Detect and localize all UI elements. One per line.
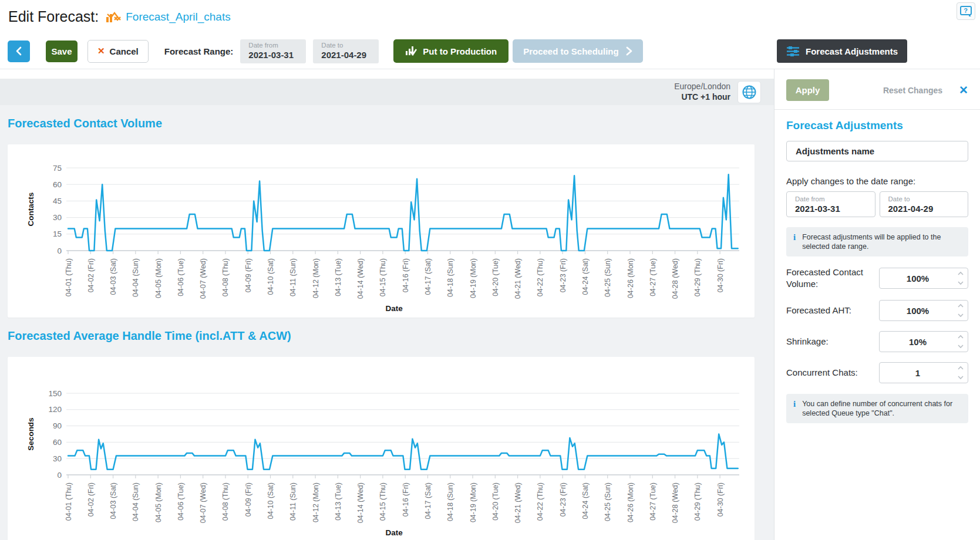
help-chat-icon: ? [959,5,972,18]
spinner-up-icon [957,303,965,308]
forecast-adjustments-button-label: Forecast Adjustments [806,46,898,56]
svg-text:75: 75 [53,164,62,173]
spinner-up-icon [957,365,965,370]
svg-text:04-15 (Thu): 04-15 (Thu) [379,258,387,296]
aht-spinner[interactable] [957,303,965,318]
svg-text:Contacts: Contacts [26,193,35,227]
svg-text:04-23 (Fri): 04-23 (Fri) [559,482,567,517]
svg-text:04-15 (Thu): 04-15 (Thu) [379,482,387,521]
timezone-region: Europe/London [674,82,730,92]
contact-volume-spinner[interactable] [957,271,965,286]
back-button[interactable] [8,41,30,62]
svg-text:04-03 (Sat): 04-03 (Sat) [109,258,117,295]
svg-text:04-03 (Sat): 04-03 (Sat) [109,482,117,519]
spinner-down-icon [957,313,965,318]
panel-heading: Forecast Adjustments [786,119,968,132]
sliders-icon [786,46,800,56]
svg-text:04-28 (Wed): 04-28 (Wed) [671,482,679,523]
svg-text:04-29 (Thu): 04-29 (Thu) [693,482,702,521]
field-row-shrinkage: Shrinkage: [786,331,968,352]
svg-text:04-07 (Wed): 04-07 (Wed) [199,482,207,523]
main-area: Europe/London UTC +1 hour Forecasted Con… [0,69,774,540]
svg-text:?: ? [964,7,968,14]
svg-text:04-18 (Sun): 04-18 (Sun) [446,482,454,521]
svg-text:04-17 (Sat): 04-17 (Sat) [424,482,432,519]
svg-text:04-06 (Tue): 04-06 (Tue) [177,482,185,521]
adjustments-name-input[interactable] [786,141,968,161]
svg-text:04-08 (Thu): 04-08 (Thu) [221,482,230,521]
put-to-production-label: Put to Production [423,46,497,56]
svg-text:04-20 (Tue): 04-20 (Tue) [491,482,500,521]
help-button[interactable]: ? [957,2,975,20]
field-row-contact-volume: Forecasted Contact Volume: [786,266,968,290]
cancel-button[interactable]: ✕ Cancel [87,40,149,63]
svg-text:04-10 (Sat): 04-10 (Sat) [267,482,275,519]
svg-text:Seconds: Seconds [26,417,35,450]
svg-text:04-10 (Sat): 04-10 (Sat) [267,258,275,295]
svg-text:04-11 (Sun): 04-11 (Sun) [289,258,297,296]
field-row-concurrent-chats: Concurrent Chats: [786,362,968,383]
concurrent-chats-info-text: You can define number of concurrent chat… [802,399,961,418]
panel-close-icon[interactable]: ✕ [959,85,968,96]
forecast-name-link[interactable]: Forecast_April_chats [126,11,230,23]
timezone-offset: UTC +1 hour [674,92,730,102]
proceed-to-scheduling-button[interactable]: Proceed to Scheduling [513,39,643,63]
date-to-field[interactable]: Date to 2021-04-29 [313,39,379,63]
page-header: Edit Forecast: Forecast_April_chats ? [0,0,980,33]
shrinkage-input[interactable] [879,331,968,352]
svg-text:04-01 (Thu): 04-01 (Thu) [65,258,73,296]
timezone-globe-button[interactable] [737,81,761,103]
svg-text:04-13 (Tue): 04-13 (Tue) [334,258,342,296]
panel-date-from-label: Date from [795,195,867,203]
contact-volume-input[interactable] [879,268,968,289]
svg-text:04-12 (Mon): 04-12 (Mon) [312,258,320,298]
edit-forecast-page: Edit Forecast: Forecast_April_chats ? [0,0,980,540]
svg-text:04-21 (Wed): 04-21 (Wed) [514,258,522,299]
svg-text:04-17 (Sat): 04-17 (Sat) [424,258,432,295]
date-from-label: Date from [248,42,298,49]
aht-input[interactable] [879,300,968,321]
forecast-adjustments-panel: Apply Reset Changes ✕ Forecast Adjustmen… [774,69,980,540]
aht-chart: 030609012015004-01 (Thu)04-02 (Fri)04-03… [8,357,755,540]
concurrent-chats-input[interactable] [879,362,968,383]
svg-text:04-02 (Fri): 04-02 (Fri) [87,258,95,292]
svg-text:30: 30 [53,213,62,222]
svg-text:04-22 (Thu): 04-22 (Thu) [536,482,544,521]
date-from-field[interactable]: Date from 2021-03-31 [240,39,306,63]
svg-text:04-25 (Sun): 04-25 (Sun) [604,482,612,521]
apply-button[interactable]: Apply [786,79,829,101]
contact-volume-chart: 0153045607504-01 (Thu)04-02 (Fri)04-03 (… [8,144,755,318]
timezone-bar: Europe/London UTC +1 hour [0,79,774,105]
aht-chart-svg: 030609012015004-01 (Thu)04-02 (Fri)04-03… [8,357,755,540]
svg-text:04-14 (Wed): 04-14 (Wed) [356,482,365,523]
concurrent-chats-spinner[interactable] [957,365,965,380]
svg-text:04-24 (Sat): 04-24 (Sat) [581,258,590,295]
info-icon: i [793,399,796,418]
date-to-label: Date to [321,42,371,49]
spinner-down-icon [957,375,965,380]
svg-text:04-30 (Fri): 04-30 (Fri) [716,482,725,517]
forecast-adjustments-button[interactable]: Forecast Adjustments [777,39,907,63]
svg-text:04-30 (Fri): 04-30 (Fri) [716,258,725,292]
chevron-right-icon [626,46,632,56]
svg-text:04-16 (Fri): 04-16 (Fri) [402,258,410,292]
contact-volume-chart-title: Forecasted Contact Volume [8,117,774,130]
svg-text:04-25 (Sun): 04-25 (Sun) [604,258,612,297]
panel-date-to-field[interactable]: Date to 2021-04-29 [880,191,969,217]
svg-text:04-05 (Mon): 04-05 (Mon) [154,258,163,298]
contact-volume-chart-svg: 0153045607504-01 (Thu)04-02 (Fri)04-03 (… [8,144,755,318]
svg-text:04-04 (Sun): 04-04 (Sun) [132,258,140,297]
date-range-caption: Apply changes to the date range: [786,176,968,186]
shrinkage-spinner[interactable] [957,334,965,349]
put-to-production-button[interactable]: Put to Production [393,39,508,63]
contact-volume-field-label: Forecasted Contact Volume: [786,266,874,290]
svg-text:60: 60 [53,180,62,189]
svg-text:0: 0 [57,247,62,255]
panel-date-from-field[interactable]: Date from 2021-03-31 [786,191,875,217]
spinner-down-icon [957,281,965,286]
svg-text:04-09 (Fri): 04-09 (Fri) [244,258,252,292]
svg-text:04-06 (Tue): 04-06 (Tue) [177,258,185,296]
reset-changes-link[interactable]: Reset Changes [883,86,942,95]
svg-text:04-14 (Wed): 04-14 (Wed) [356,258,365,299]
save-button[interactable]: Save [46,41,78,62]
